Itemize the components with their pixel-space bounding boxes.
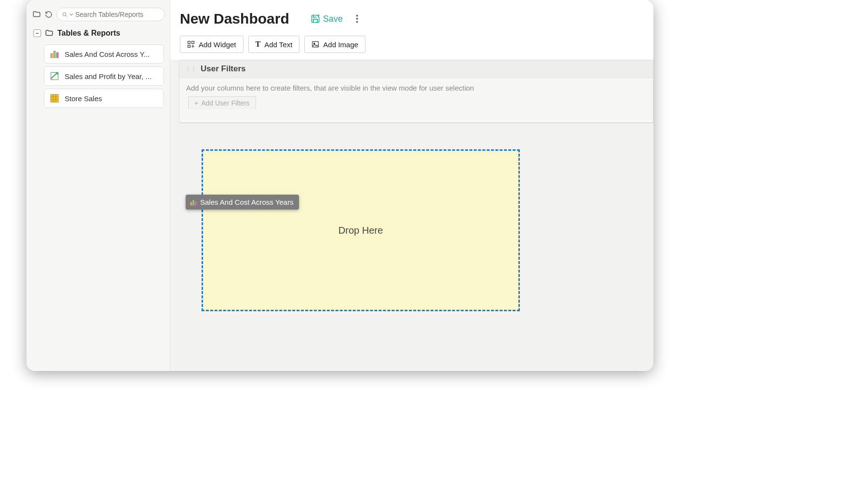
table-grid-icon [49, 93, 60, 104]
svg-rect-17 [312, 41, 319, 47]
add-text-button[interactable]: T Add Text [248, 36, 300, 53]
kebab-icon [356, 14, 358, 23]
svg-point-0 [63, 13, 66, 16]
drag-preview-chip[interactable]: Sales And Cost Across Years [186, 195, 299, 210]
svg-rect-20 [192, 200, 194, 205]
save-button[interactable]: Save [311, 14, 343, 24]
svg-point-11 [356, 15, 358, 17]
svg-rect-2 [51, 53, 53, 58]
image-icon [312, 40, 319, 48]
search-icon [62, 12, 68, 17]
svg-rect-19 [190, 202, 192, 205]
main-header: New Dashboard Save [170, 0, 653, 36]
user-filters-hint: Add your columns here to create filters,… [186, 84, 474, 92]
svg-rect-14 [188, 41, 190, 44]
main-area: New Dashboard Save [170, 0, 653, 371]
search-input[interactable] [75, 11, 160, 18]
drag-handle-icon[interactable]: ⋮⋮ [185, 66, 197, 72]
tree-item-label: Store Sales [65, 94, 102, 103]
widget-icon [187, 40, 195, 48]
svg-rect-3 [54, 51, 55, 58]
drag-chip-label: Sales And Cost Across Years [200, 198, 293, 206]
more-menu-button[interactable] [353, 12, 362, 26]
drop-zone-label: Drop Here [339, 225, 383, 236]
add-user-filters-button[interactable]: + Add User Filters [188, 96, 256, 109]
tree-item-report[interactable]: Sales And Cost Across Y... [44, 44, 164, 64]
tree-header[interactable]: − Tables & Reports [32, 29, 164, 38]
arrow-trend-icon [49, 71, 60, 81]
svg-rect-15 [192, 41, 194, 44]
tree-title: Tables & Reports [57, 29, 120, 38]
sidebar-toolbar [32, 8, 164, 21]
btn-label: Add Widget [199, 40, 236, 49]
text-icon: T [256, 40, 261, 49]
tree-item-report[interactable]: Sales and Profit by Year, ... [44, 66, 164, 86]
page-title: New Dashboard [180, 11, 289, 27]
svg-point-12 [356, 18, 358, 20]
svg-line-1 [66, 15, 67, 16]
chevron-down-icon [69, 13, 73, 16]
bar-chart-icon [49, 49, 60, 59]
tree-item-table[interactable]: Store Sales [44, 89, 164, 108]
btn-label: Add Text [264, 40, 292, 49]
folder-tree-icon[interactable] [32, 10, 41, 19]
svg-rect-21 [195, 201, 196, 205]
bar-chart-icon [190, 198, 197, 206]
add-image-button[interactable]: Add Image [304, 36, 366, 53]
drop-zone[interactable]: Drop Here [202, 149, 520, 311]
app-window: − Tables & Reports Sales And Cost Across… [27, 0, 653, 371]
collapse-toggle[interactable]: − [33, 29, 41, 37]
panel-separator [179, 122, 653, 123]
user-filters-body[interactable]: Add your columns here to create filters,… [179, 78, 653, 122]
user-filters-title: User Filters [201, 64, 246, 74]
sidebar: − Tables & Reports Sales And Cost Across… [27, 0, 170, 371]
dashboard-toolbar: Add Widget T Add Text Add Image [170, 36, 653, 60]
save-label: Save [323, 14, 343, 24]
plus-icon: + [194, 99, 198, 107]
svg-rect-4 [56, 53, 58, 58]
refresh-icon[interactable] [45, 10, 53, 19]
svg-rect-16 [188, 45, 190, 48]
user-filters-panel: ⋮⋮ User Filters Add your columns here to… [179, 60, 653, 123]
add-widget-button[interactable]: Add Widget [180, 36, 244, 53]
btn-label: Add Image [323, 40, 358, 49]
add-filter-label: Add User Filters [201, 99, 249, 107]
tree-item-label: Sales And Cost Across Y... [65, 50, 149, 58]
dashboard-canvas[interactable]: ⋮⋮ User Filters Add your columns here to… [170, 60, 653, 371]
svg-rect-6 [51, 94, 58, 102]
save-icon [311, 14, 320, 24]
tree-item-label: Sales and Profit by Year, ... [65, 72, 151, 80]
svg-point-13 [356, 21, 358, 23]
folder-icon [45, 29, 54, 38]
user-filters-header[interactable]: ⋮⋮ User Filters [179, 60, 653, 78]
search-input-wrap[interactable] [56, 8, 165, 21]
